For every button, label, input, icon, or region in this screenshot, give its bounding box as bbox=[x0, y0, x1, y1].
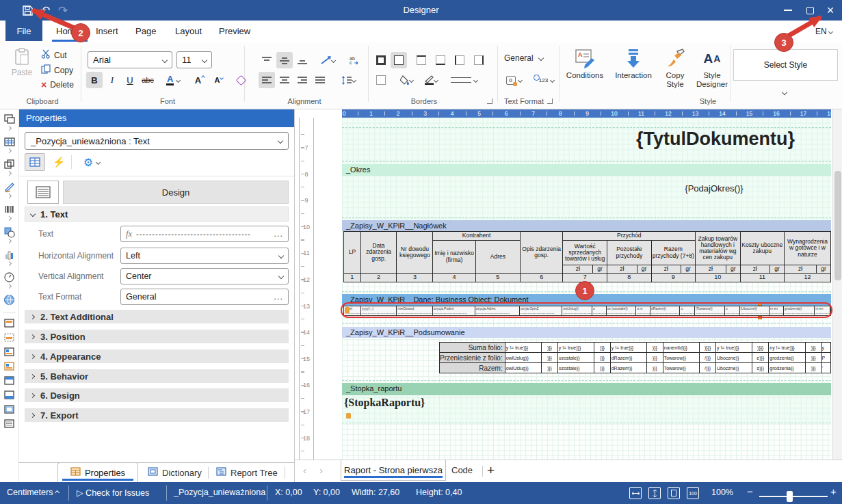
shrink-font-button[interactable]: A bbox=[211, 72, 227, 88]
units-selector[interactable]: Centimeters bbox=[7, 488, 59, 497]
tab-report-tree[interactable]: Report Tree bbox=[216, 467, 278, 478]
tab-code[interactable]: Code bbox=[451, 465, 473, 475]
table-header-cell[interactable]: Imię i nazwisko (firma) bbox=[433, 241, 475, 274]
properties-grid-view-button[interactable] bbox=[25, 153, 45, 171]
table-header-cell[interactable]: 12 bbox=[785, 274, 831, 282]
table-header-cell[interactable]: zł bbox=[651, 265, 681, 274]
summary-row-label[interactable]: Razem: bbox=[440, 363, 505, 373]
top-border-button[interactable] bbox=[413, 52, 430, 68]
table-header-cell[interactable]: Pozostałe przychody bbox=[607, 241, 651, 265]
summary-cell[interactable]: )}} bbox=[805, 353, 821, 363]
data-row-cell[interactable]: oz |ozostale}}----------------------- bbox=[607, 306, 637, 315]
align-bottom-button[interactable] bbox=[294, 52, 311, 68]
data-row-cell[interactable]: u m----------------------- bbox=[636, 306, 650, 315]
report-page[interactable]: {TytulDokumentu} _Okres {PodajOkres()} _… bbox=[342, 118, 831, 460]
no-borders-button[interactable] bbox=[373, 72, 389, 88]
table-header-cell[interactable]: Wynagrodzenia w gotówce i w naturze bbox=[785, 232, 831, 265]
cut-button[interactable]: Cut bbox=[41, 49, 67, 61]
table-header-cell[interactable]: Wartość sprzedanych towarów i usług bbox=[563, 241, 607, 265]
table-header-cell[interactable]: gr bbox=[593, 265, 607, 274]
table-header-cell[interactable]: Zakup towarów handlowych i materiałów wg… bbox=[696, 232, 741, 265]
text-format-select[interactable]: General... bbox=[120, 289, 289, 305]
summary-cell[interactable]: Uboczne)} bbox=[715, 353, 752, 363]
clear-format-button[interactable] bbox=[233, 72, 249, 88]
borders-dialog-launcher[interactable] bbox=[487, 98, 492, 104]
selection-handle-bottom[interactable] bbox=[758, 316, 762, 319]
copy-style-button[interactable]: Copy Style bbox=[658, 47, 692, 97]
table-header-cell[interactable]: 4 bbox=[433, 274, 475, 282]
summary-cell[interactable]: Uboczne)} bbox=[715, 363, 752, 373]
toolbox-item-band-report-summary-icon[interactable] bbox=[3, 332, 15, 343]
summary-cell[interactable]: /)}} bbox=[700, 353, 716, 363]
align-top-button[interactable] bbox=[259, 52, 275, 68]
summary-cell[interactable]: owlUslug)} bbox=[505, 363, 541, 373]
align-middle-button[interactable] bbox=[276, 52, 293, 68]
table-header-cell[interactable]: zł bbox=[785, 265, 817, 274]
summary-row-label[interactable]: Suma folio: bbox=[440, 343, 505, 353]
summary-cell[interactable]: dRazem)} bbox=[610, 363, 646, 373]
add-page-button[interactable]: + bbox=[487, 463, 495, 478]
data-row-cell[interactable]: ozycja.Podmi----------------------- bbox=[433, 306, 475, 315]
interaction-button[interactable]: Interaction bbox=[610, 47, 657, 97]
minimize-button[interactable] bbox=[777, 0, 799, 21]
okres-expression[interactable]: {PodajOkres()} bbox=[646, 183, 782, 194]
data-row-cell[interactable]: owUslug}}----------------------- bbox=[562, 306, 592, 315]
font-family-dropdown[interactable]: Arial bbox=[88, 51, 172, 68]
table-header-cell[interactable]: gr bbox=[770, 265, 785, 274]
summary-cell[interactable]: e)}} bbox=[752, 353, 769, 363]
copy-button[interactable]: Copy bbox=[41, 64, 73, 76]
settings-gear-button[interactable]: ⚙ bbox=[78, 153, 105, 171]
summary-cell[interactable]: y != true)}} bbox=[715, 343, 752, 353]
tab-dictionary[interactable]: Dictionary bbox=[148, 467, 202, 478]
tab-insert[interactable]: Insert bbox=[96, 26, 118, 36]
toolbox-item-band-page-footer-icon[interactable] bbox=[3, 360, 15, 372]
band-header-podsumowanie[interactable]: _Zapisy_W_KPiR__Podsumowanie bbox=[342, 327, 831, 338]
section-header-text[interactable]: 1. Text bbox=[25, 207, 289, 222]
data-row-cell[interactable]: dRazem}}----------------------- bbox=[650, 306, 681, 315]
data-row-cell[interactable]: yyyy}: ;|----------------------- bbox=[361, 306, 397, 315]
section-header-position[interactable]: 3. Position bbox=[25, 330, 289, 343]
style-designer-button[interactable]: AA Style Designer bbox=[694, 47, 731, 97]
fit-width-view-button[interactable] bbox=[629, 487, 642, 499]
summary-cell[interactable]: y != true)}} bbox=[505, 343, 541, 353]
table-header-cell[interactable]: 3 bbox=[397, 274, 433, 282]
close-button[interactable]: × bbox=[819, 0, 841, 21]
summary-cell[interactable]: )}} bbox=[647, 353, 663, 363]
fill-color-button[interactable] bbox=[395, 72, 417, 88]
outer-borders-button[interactable] bbox=[391, 52, 407, 68]
tab-layout[interactable]: Layout bbox=[175, 26, 202, 36]
textformat-dialog-launcher[interactable] bbox=[547, 98, 553, 104]
align-right-button[interactable] bbox=[294, 72, 311, 88]
selection-handle-top[interactable] bbox=[758, 302, 762, 306]
data-row-cell[interactable]: ozyja.OpisZ----------------------- bbox=[520, 306, 562, 315]
align-center-button[interactable] bbox=[276, 72, 293, 88]
component-selector-dropdown[interactable]: _Pozycja_unieważniona : Text bbox=[25, 132, 289, 150]
table-header-cell[interactable]: 6 bbox=[520, 274, 563, 282]
vertical-scrollbar[interactable] bbox=[832, 109, 842, 460]
align-left-button[interactable] bbox=[259, 72, 275, 88]
word-wrap-button[interactable]: abc bbox=[345, 52, 364, 68]
summary-cell[interactable]: P bbox=[821, 353, 830, 363]
table-header-cell[interactable]: Przychód bbox=[563, 232, 696, 241]
table-header-cell[interactable]: gr bbox=[726, 265, 740, 274]
bottom-border-button[interactable] bbox=[432, 52, 449, 68]
currency-format-button[interactable]: 0 bbox=[501, 72, 526, 88]
table-header-cell[interactable]: 10 bbox=[696, 274, 741, 282]
toolbox-item-signature-icon[interactable] bbox=[3, 181, 15, 201]
toolbox-item-barcode-icon[interactable] bbox=[3, 204, 15, 224]
summary-cell[interactable]: )}} bbox=[647, 343, 663, 353]
data-row-cell[interactable]: ozycja.Adres----------------------- bbox=[475, 306, 520, 315]
summary-cell[interactable]: )}} bbox=[594, 353, 611, 363]
text-field-input[interactable]: fx------------------------------------..… bbox=[120, 226, 289, 242]
grow-font-button[interactable]: A bbox=[192, 72, 208, 88]
delete-button[interactable]: × Delete bbox=[41, 79, 74, 90]
summary-cell[interactable]: y != true)}} bbox=[557, 343, 594, 353]
data-row-cell[interactable]: u----------------------- bbox=[592, 306, 607, 315]
right-border-button[interactable] bbox=[471, 52, 487, 68]
table-header-cell[interactable]: gr bbox=[637, 265, 651, 274]
border-color-button[interactable] bbox=[420, 72, 442, 88]
summary-cell[interactable]: dRazem)} bbox=[610, 353, 646, 363]
footer-expression[interactable]: {StopkaRaportu} bbox=[344, 397, 425, 409]
toolbox-item-cross-tab-icon[interactable] bbox=[3, 159, 15, 178]
table-header-cell[interactable]: zł bbox=[563, 265, 593, 274]
